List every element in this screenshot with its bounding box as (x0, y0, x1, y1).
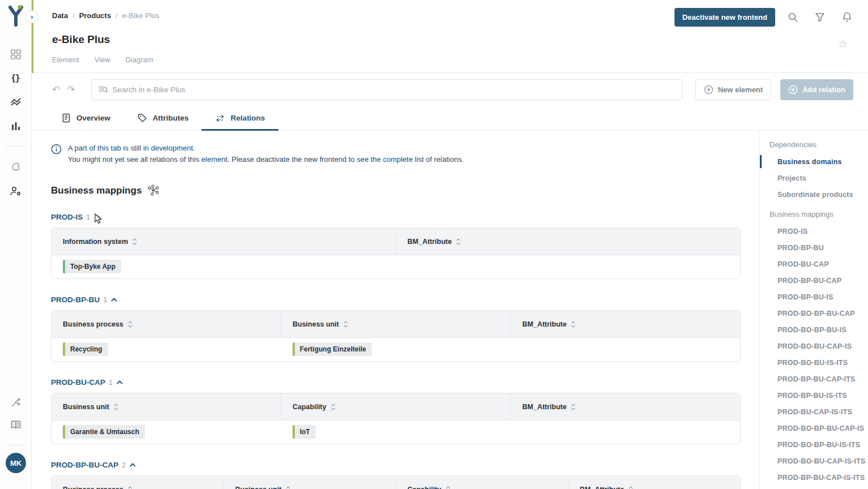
map-item[interactable]: PROD-BP-BU-CAP-ITS (760, 371, 868, 387)
chip-fertigung-einzelteile[interactable]: Fertigung Einzelteile (293, 342, 372, 356)
section-count: 2 (122, 461, 126, 469)
chip-top-byke-app[interactable]: Top-Byke App (63, 260, 121, 273)
dep-item-subordinate-products[interactable]: Subordinate products (760, 186, 868, 203)
search-list-icon (98, 85, 108, 94)
map-item[interactable]: PROD-BO-BU-CAP-IS (760, 338, 868, 354)
sort-icon (456, 238, 461, 245)
branch-icon[interactable] (0, 397, 32, 408)
bell-icon[interactable] (837, 7, 857, 27)
star-icon[interactable]: ☆ (838, 37, 848, 50)
column-header[interactable]: BM_Attribute (510, 393, 740, 420)
filter-icon[interactable] (810, 7, 830, 27)
deactivate-new-frontend-button[interactable]: Deactivate new frontend (674, 8, 775, 27)
column-label: Business unit (235, 486, 282, 489)
search-input[interactable] (113, 85, 676, 94)
map-item[interactable]: PROD-BU-CAP-IS-ITS (760, 404, 868, 420)
map-item[interactable]: PROD-BO-BU-CAP-IS-ITS (760, 453, 868, 469)
column-header[interactable]: Business process (51, 311, 281, 337)
map-item[interactable]: PROD-BP-BU-IS (760, 289, 868, 305)
map-item[interactable]: PROD-BP-BU-CAP (760, 272, 868, 289)
user-settings-icon[interactable] (0, 186, 32, 197)
section-header-prod-is[interactable]: PROD-IS 1 (51, 213, 759, 221)
column-header[interactable]: Business unit (281, 311, 510, 337)
breadcrumb-products[interactable]: Products (79, 11, 111, 20)
map-item[interactable]: PROD-BO-BP-BU-IS (760, 321, 868, 338)
avatar[interactable]: MK (6, 453, 26, 473)
map-item[interactable]: PROD-BU-CAP (760, 256, 868, 272)
column-header[interactable]: Business process (51, 476, 224, 489)
tab-attributes[interactable]: Attributes (124, 106, 201, 130)
map-item[interactable]: PROD-BO-BU-IS-ITS (760, 354, 868, 371)
column-header[interactable]: BM_Attribute (396, 228, 740, 255)
dep-item-business-domains[interactable]: Business domains (760, 153, 868, 170)
chevron-up-icon[interactable] (129, 462, 136, 467)
add-relation-button[interactable]: Add relation (780, 79, 853, 100)
dependencies-header: Dependencies (760, 137, 868, 153)
column-header[interactable]: Business unit (224, 476, 396, 489)
rail-divider (5, 445, 27, 445)
column-header[interactable]: Information system (51, 228, 396, 255)
tab-overview[interactable]: Overview (48, 106, 124, 130)
search-icon[interactable] (783, 7, 802, 27)
section-label: PROD-BU-CAP (51, 378, 105, 387)
map-item[interactable]: PROD-BO-BP-BU-CAP-IS (760, 420, 868, 436)
column-label: BM_Attribute (522, 403, 566, 411)
bar-chart-icon[interactable] (0, 121, 32, 131)
dep-item-projects[interactable]: Projects (760, 170, 868, 186)
section-header-prod-bp-bu-cap[interactable]: PROD-BP-BU-CAP 2 (51, 461, 759, 469)
chevron-up-icon[interactable] (110, 297, 118, 302)
tab-relations[interactable]: Relations (201, 106, 278, 130)
column-header[interactable]: BM_Attribute (510, 311, 740, 337)
puzzle-icon[interactable] (0, 162, 32, 173)
molecule-icon[interactable] (147, 185, 160, 196)
sort-icon (343, 321, 348, 328)
column-header[interactable]: Capability (281, 393, 510, 420)
map-item[interactable]: PROD-BO-BP-BU-IS-ITS (760, 436, 868, 453)
menu-view[interactable]: View (94, 55, 110, 64)
element-search (91, 79, 683, 100)
add-relation-label: Add relation (802, 85, 845, 94)
banner-line1: A part of this tab is still in developme… (68, 143, 464, 154)
column-label: Business process (63, 320, 123, 328)
relations-icon (215, 114, 225, 122)
menu-diagram[interactable]: Diagram (126, 55, 153, 64)
column-header[interactable]: Capability (396, 476, 568, 489)
table-row: Recycling Fertigung Einzelteile (51, 338, 740, 361)
redo-icon[interactable]: ↷ (67, 84, 75, 96)
map-item[interactable]: PROD-BO-BP-BU-CAP-IS- (760, 486, 868, 489)
map-item[interactable]: PROD-IS (760, 223, 868, 239)
breadcrumb-data[interactable]: Data (52, 11, 68, 20)
tag-icon (137, 113, 147, 123)
table-prod-bp-bu-cap: Business process Business unit Capabilit… (51, 475, 741, 489)
chip-garantie-umtausch[interactable]: Garantie & Umtausch (63, 425, 145, 439)
code-braces-icon[interactable]: {} (0, 72, 32, 84)
chip-recycling[interactable]: Recycling (63, 342, 108, 356)
section-header-prod-bu-cap[interactable]: PROD-BU-CAP 1 (51, 378, 759, 387)
trend-lines-icon[interactable] (0, 97, 32, 106)
book-icon[interactable] (0, 420, 32, 430)
section-header-prod-bp-bu[interactable]: PROD-BP-BU 1 (51, 295, 759, 304)
sidebar-expand-button[interactable]: › (25, 10, 38, 23)
column-header[interactable]: BM_Attribute (568, 476, 741, 489)
column-header[interactable]: Business unit (51, 393, 281, 420)
section-count: 1 (109, 378, 113, 387)
column-label: BM_Attribute (580, 486, 624, 489)
dashboard-icon[interactable] (0, 49, 32, 60)
map-item[interactable]: PROD-BO-BP-BU-CAP (760, 305, 868, 321)
chevron-up-icon[interactable] (116, 380, 123, 385)
table-prod-is: Information system BM_Attribute Top-Byke… (51, 228, 741, 279)
column-label: Information system (63, 238, 128, 246)
breadcrumb-separator: / (115, 11, 118, 20)
table-header-row: Business unit Capability BM_Attribute (51, 393, 740, 421)
chevron-up-icon[interactable] (94, 215, 101, 220)
undo-icon[interactable]: ↶ (52, 84, 60, 96)
new-element-button[interactable]: New element (695, 79, 771, 100)
empty-cell (510, 421, 740, 444)
menu-element[interactable]: Element (52, 55, 79, 64)
app-logo-icon[interactable] (7, 5, 25, 28)
map-item[interactable]: PROD-BP-BU-IS-ITS (760, 387, 868, 404)
chip-iot[interactable]: IoT (293, 425, 316, 439)
map-item[interactable]: PROD-BP-BU-CAP-IS-ITS (760, 469, 868, 486)
undo-redo-group: ↶ ↷ (52, 84, 75, 96)
map-item[interactable]: PROD-BP-BU (760, 239, 868, 256)
